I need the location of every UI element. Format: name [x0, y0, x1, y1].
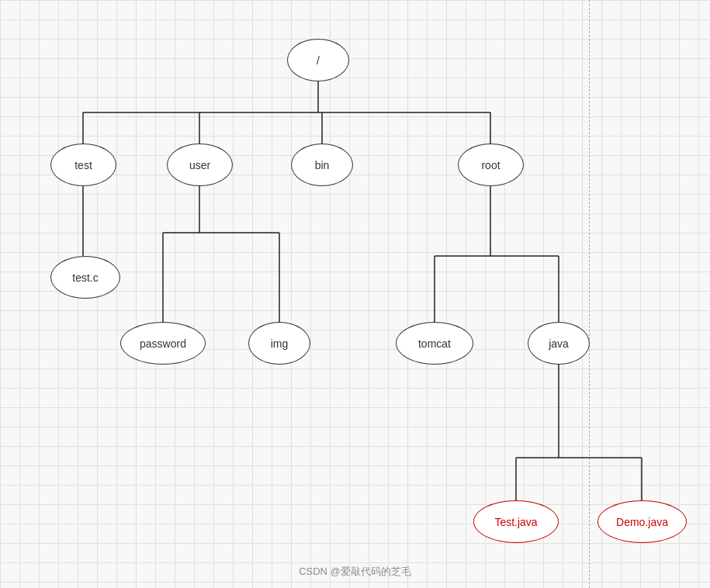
node-img: img [248, 322, 310, 365]
node-user: user [167, 144, 233, 186]
node-bin: bin [291, 144, 353, 186]
watermark: CSDN @爱敲代码的芝毛 [299, 565, 411, 579]
node-test_java: Test.java [473, 500, 559, 543]
node-root: / [287, 39, 349, 81]
node-java: java [528, 322, 590, 365]
node-tomcat: tomcat [396, 322, 473, 365]
node-root_node: root [458, 144, 524, 186]
node-test_c: test.c [50, 256, 120, 299]
node-password: password [120, 322, 206, 365]
node-demo_java: Demo.java [597, 500, 687, 543]
node-test: test [50, 144, 116, 186]
